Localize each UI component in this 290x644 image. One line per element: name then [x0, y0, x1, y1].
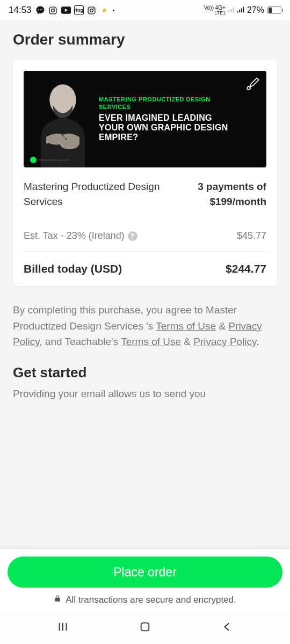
lock-icon [54, 594, 61, 605]
line-item-row: Mastering Productized Design Services 3 … [24, 179, 266, 209]
svg-point-4 [52, 9, 55, 12]
recents-button[interactable] [57, 621, 69, 635]
svg-point-8 [90, 9, 93, 12]
banner-headline: EVER IMAGINED LEADING YOUR OWN GRAPHIC D… [99, 113, 240, 143]
star-app-icon: ★ [100, 5, 110, 15]
order-summary-card: MASTERING PRODUCTIZED DESIGN SERVICES EV… [13, 60, 277, 286]
android-nav-bar [0, 612, 290, 644]
banner-social-tag: connect with me on X [30, 157, 69, 163]
page-title: Order summary [13, 31, 277, 48]
notification-dot-icon [113, 10, 114, 11]
svg-point-11 [52, 85, 74, 101]
battery-icon [267, 6, 281, 14]
tax-row: Est. Tax - 23% (Ireland) ? $45.77 [24, 230, 266, 252]
get-started-subtitle: Providing your email allows us to send y… [13, 386, 277, 402]
signal-icon [236, 6, 245, 15]
terms-paragraph: By completing this purchase, you agree t… [13, 302, 277, 349]
x-badge-icon [30, 157, 37, 163]
help-icon[interactable]: ? [128, 231, 137, 241]
youtube-icon [61, 5, 71, 15]
instagram-icon-2 [87, 5, 97, 15]
home-button[interactable] [139, 621, 151, 635]
place-order-button[interactable]: Place order [8, 557, 282, 588]
platform-terms-link[interactable]: Terms of Use [121, 336, 181, 347]
signal-secondary-icon [228, 6, 234, 14]
item-name: Mastering Productized Design Services [24, 179, 187, 209]
svg-rect-14 [141, 623, 149, 631]
product-banner: MASTERING PRODUCTIZED DESIGN SERVICES EV… [24, 71, 266, 167]
svg-point-2 [41, 9, 42, 10]
svg-point-5 [55, 8, 56, 9]
tax-amount: $45.77 [237, 230, 266, 241]
status-time: 14:53 [9, 5, 32, 16]
status-bar: 14:53 ring ★ Vo)) 4G+ LTE1 [0, 0, 290, 20]
platform-privacy-link[interactable]: Privacy Policy [193, 336, 256, 347]
person-silhouette [28, 79, 98, 167]
total-amount: $244.77 [226, 262, 266, 275]
svg-point-0 [38, 9, 39, 10]
item-price: 3 payments of $199/month [198, 179, 266, 209]
banner-subtitle: MASTERING PRODUCTIZED DESIGN SERVICES [99, 96, 240, 111]
total-label: Billed today (USD) [24, 262, 122, 275]
ring-icon: ring [74, 5, 84, 15]
network-sub: LTE1 [204, 11, 226, 16]
seller-terms-link[interactable]: Terms of Use [156, 320, 216, 332]
battery-pct: 27% [247, 5, 264, 15]
back-button[interactable] [221, 621, 233, 635]
total-row: Billed today (USD) $244.77 [24, 262, 266, 275]
checkout-footer: Place order All transactions are secure … [0, 549, 290, 612]
network-label: Vo)) 4G+ [204, 5, 226, 11]
instagram-icon [48, 5, 58, 15]
svg-point-1 [40, 9, 41, 10]
chat-icon [35, 5, 45, 15]
brush-icon [245, 76, 260, 93]
svg-point-13 [60, 139, 79, 149]
secure-note: All transactions are secure and encrypte… [8, 594, 282, 605]
svg-point-9 [93, 8, 95, 9]
tax-label: Est. Tax - 23% (Ireland) [24, 230, 125, 241]
get-started-title: Get started [13, 364, 277, 381]
